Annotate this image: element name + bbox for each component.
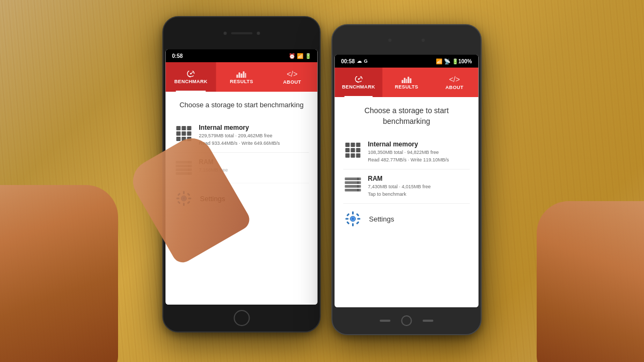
front-camera-left (223, 32, 226, 35)
dot2 (182, 126, 186, 130)
wifi-icon-right: 📶 (436, 58, 442, 64)
settings-item-right[interactable]: Settings (343, 204, 470, 234)
dot4 (177, 131, 181, 136)
svg-rect-23 (356, 221, 359, 225)
tab-results-label-left: Results (230, 79, 253, 84)
bar5 (245, 73, 246, 78)
app-header-left: Benchmark Results (166, 62, 318, 92)
tab-benchmark-label-left: Benchmark (174, 79, 208, 84)
tab-about-right[interactable]: </> About (430, 68, 478, 97)
internal-write-left: Write 649.66MB/s (241, 141, 280, 146)
status-bar-right: 00:58 ☁ G 📶 📡 🔋100% (335, 55, 479, 68)
tab-results-label-right: Results (395, 84, 418, 90)
nav-home-right[interactable] (401, 315, 412, 326)
clock-left: 0:58 (172, 53, 183, 59)
front-camera-right (389, 39, 392, 42)
svg-rect-16 (352, 211, 354, 215)
dot6 (187, 131, 192, 136)
nav-back-right[interactable] (380, 320, 391, 322)
right-hand (537, 201, 644, 362)
home-button-left[interactable] (233, 310, 250, 326)
internal-memory-name-right: Internal memory (368, 141, 470, 148)
rbar3 (406, 79, 407, 83)
ram-icon-bars-right (345, 178, 361, 191)
dot7 (177, 137, 181, 141)
bar4 (243, 71, 244, 78)
phone-right-screen: 00:58 ☁ G 📶 📡 🔋100% (335, 55, 479, 307)
speedometer-icon-left (186, 70, 196, 78)
tab-benchmark-label-right: Benchmark (342, 84, 375, 90)
phone-left-bottom (164, 305, 320, 331)
content-title-right: Choose a storage to start benchmarking (343, 106, 470, 127)
grid-icon-right (346, 143, 361, 158)
internal-memory-details-left: 229,579MB total · 209,462MB free Read 93… (199, 132, 309, 147)
status-time-left: 0:58 (172, 53, 183, 59)
rbar2 (404, 78, 405, 83)
ram-icon-right (343, 175, 363, 194)
nav-recent-right[interactable] (423, 320, 434, 322)
status-icons-left: ⏰ 📶 🔋 (289, 53, 311, 59)
phones-container: 0:58 ⏰ 📶 🔋 (163, 16, 482, 335)
tab-about-label-right: About (445, 85, 464, 90)
about-icon-left: </> (287, 70, 297, 78)
internal-memory-info-left: Internal memory 229,579MB total · 209,46… (199, 124, 309, 147)
internal-total-right: 108,350MB total (368, 150, 404, 155)
clock-right: 00:58 (341, 58, 355, 64)
tab-benchmark-right[interactable]: Benchmark (335, 68, 383, 97)
phone-left-wrapper: 0:58 ⏰ 📶 🔋 (163, 16, 321, 333)
status-time-right: 00:58 ☁ G (341, 58, 368, 64)
rbar1 (401, 80, 403, 83)
ram-total-right: 7,430MB total (368, 184, 398, 189)
battery-icon-right: 🔋100% (452, 58, 472, 64)
sensor-left (257, 32, 260, 35)
tab-benchmark-left[interactable]: Benchmark (166, 62, 216, 92)
svg-line-14 (358, 78, 361, 79)
storage-item-ram-right[interactable]: RAM 7,430MB total · 4,015MB free Tap to … (343, 169, 470, 204)
bar-chart-icon-right (401, 76, 411, 83)
internal-total-left: 229,579MB total (199, 133, 235, 138)
rbar5 (410, 78, 412, 83)
internal-memory-icon-right (343, 141, 363, 160)
dot1 (177, 126, 181, 130)
tab-results-right[interactable]: Results (383, 68, 430, 97)
phone-right-bottom (333, 307, 481, 334)
dot3 (187, 126, 192, 130)
speaker-right (396, 39, 418, 41)
bar2 (239, 72, 240, 78)
app-content-right: Choose a storage to start benchmarking (335, 97, 479, 307)
svg-line-1 (191, 72, 193, 74)
speedometer-icon-right (354, 76, 363, 83)
phone-left-top (164, 17, 320, 49)
internal-write-right: Write 119.10MB/s (411, 157, 449, 162)
content-title-left: Choose a storage to start benchmarking (174, 100, 309, 110)
bar-chart-icon-left (237, 70, 246, 78)
speaker-left (231, 32, 252, 34)
storage-item-internal-right[interactable]: Internal memory 108,350MB total · 94,822… (343, 135, 470, 169)
sensor-right (422, 39, 425, 42)
ram-details-right: 7,430MB total · 4,015MB free Tap to benc… (368, 183, 470, 198)
status-icons-right: 📶 📡 🔋100% (436, 58, 472, 64)
ram-tap-right: Tap to benchmark (368, 191, 407, 197)
g-indicator: G (364, 58, 368, 64)
tab-about-left[interactable]: </> About (267, 62, 317, 92)
gear-svg-right (345, 210, 362, 227)
app-header-right: Benchmark Results (335, 68, 479, 97)
svg-point-25 (352, 218, 354, 220)
svg-rect-17 (352, 223, 354, 226)
signal-icon-right: 📡 (444, 58, 450, 64)
phone-right-wrapper: 00:58 ☁ G 📶 📡 🔋100% (332, 16, 482, 335)
gear-icon-right (343, 209, 363, 228)
tab-about-label-left: About (283, 79, 302, 85)
battery-icon-left: 🔋 (305, 53, 311, 59)
left-hand (0, 185, 118, 362)
ram-info-right: RAM 7,430MB total · 4,015MB free Tap to … (368, 175, 470, 198)
alarm-icon: ⏰ (289, 53, 295, 59)
bar1 (237, 75, 238, 78)
svg-rect-20 (346, 213, 349, 217)
internal-read-right: Read 482.77MB/s (368, 157, 407, 162)
internal-memory-name-left: Internal memory (199, 124, 309, 131)
svg-rect-18 (346, 218, 349, 220)
ram-name-right: RAM (368, 175, 470, 182)
dot5 (182, 131, 186, 136)
tab-results-left[interactable]: Results (216, 62, 267, 92)
